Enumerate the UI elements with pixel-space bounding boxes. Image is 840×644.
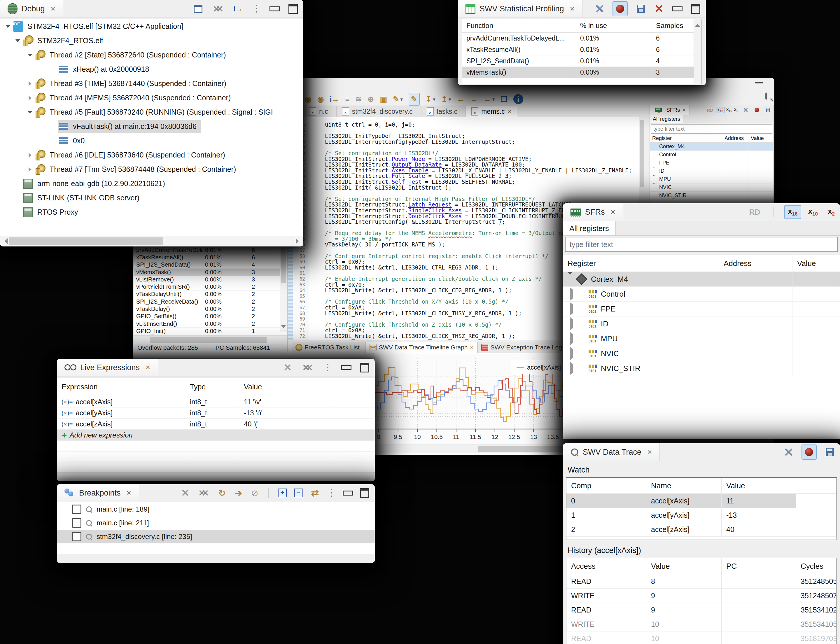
chevron-icon[interactable] — [567, 334, 575, 343]
forward-icon[interactable]: → — [470, 93, 478, 105]
save-icon[interactable] — [825, 446, 835, 458]
debug-tree-row[interactable]: STM32F4_RTOS.elf [STM32 C/C++ Applicatio… — [0, 19, 303, 34]
debug-tree-row[interactable]: ST-LINK (ST-LINK GDB server) — [0, 191, 303, 205]
record-icon[interactable] — [802, 445, 817, 460]
radix-button[interactable]: x2 — [825, 205, 838, 218]
record-icon[interactable] — [755, 108, 759, 112]
info-icon[interactable]: i — [513, 94, 523, 104]
breakpoint-checkbox[interactable] — [72, 504, 81, 514]
expression-row[interactable]: accel[zAxis] int8_t40 '(' — [57, 419, 375, 430]
expression-row[interactable]: accel[yAxis] int8_t-13 'ó' — [57, 407, 375, 419]
profiling-row[interactable]: prvAddCurrentTaskToDelayedL...0.01%6 — [462, 33, 702, 44]
profiling-vscrollbar[interactable] — [694, 19, 702, 84]
debug-tree-row[interactable]: 0x0 — [0, 133, 303, 148]
chevron-down-icon[interactable] — [652, 143, 656, 150]
collapse-all-icon[interactable]: − — [294, 487, 304, 499]
debug-tree-row[interactable]: Thread #7 [Tmr Svc] 536874448 (Suspended… — [0, 162, 303, 176]
chevron-down-icon[interactable] — [652, 192, 656, 199]
prev-annotation-icon[interactable]: ↥▾ — [441, 93, 451, 105]
close-icon[interactable]: × — [127, 488, 131, 498]
expression-row[interactable]: accel[xAxis] int8_t11 '\v' — [57, 396, 375, 407]
disconnect-icon[interactable]: ✕✕ — [211, 3, 225, 15]
mark-occurrences-icon[interactable]: ✎ — [409, 93, 420, 105]
profiling-row[interactable]: xTaskResumeAll()0.01%6 — [134, 254, 287, 261]
profiling-row[interactable]: vMemsTask()0.00%3 — [134, 269, 287, 276]
radix-button[interactable]: x10 — [726, 107, 732, 113]
configure-trace-icon[interactable] — [743, 108, 748, 113]
close-icon[interactable]: × — [647, 447, 652, 457]
dock-hscrollbar[interactable] — [134, 335, 287, 344]
chevron-icon[interactable] — [26, 81, 35, 86]
chevron-icon[interactable] — [26, 108, 35, 116]
goto-file-icon[interactable]: ➔ — [233, 487, 243, 499]
breakpoint-row[interactable]: stm32f4_discovery.c [line: 235] — [57, 530, 375, 544]
chevron-down-icon[interactable] — [652, 160, 656, 166]
profiling-row[interactable]: vListInsertEnd()0.00%2 — [134, 320, 287, 327]
profiling-row[interactable]: GPIO_Init()0.00%1 — [134, 327, 287, 335]
chevron-down-icon[interactable] — [652, 184, 656, 191]
live-expressions-tab[interactable]: Live Expressions× — [57, 359, 158, 376]
save-icon[interactable] — [636, 3, 646, 15]
attach-icon[interactable]: ⊕ — [368, 93, 374, 105]
chevron-icon[interactable] — [567, 290, 575, 299]
profiling-row[interactable]: xTaskResumeAll()0.01%6 — [462, 44, 702, 56]
history-row[interactable]: READ103518197036 — [566, 631, 837, 644]
radix-button[interactable]: x16 — [784, 205, 801, 219]
chevron-icon[interactable] — [26, 96, 35, 100]
profiling-row[interactable]: vListRemove()0.00%3 — [134, 276, 287, 283]
minimize-icon[interactable] — [672, 3, 682, 15]
chevron-icon[interactable] — [3, 23, 12, 30]
profiling-row[interactable]: SPI_I2S_SendData()0.01%4 — [462, 56, 702, 67]
watch-row[interactable]: 0accel[xAxis]11 — [566, 494, 837, 508]
register-row[interactable]: Cortex_M4 — [563, 272, 840, 287]
chevron-icon[interactable] — [26, 167, 35, 172]
debug-tree-row[interactable]: RTOS Proxy — [0, 205, 303, 219]
chevron-down-icon[interactable] — [652, 176, 656, 182]
debug-tab[interactable]: Debug× — [0, 0, 63, 18]
remove-icon[interactable]: ✕ — [654, 3, 664, 15]
history-row[interactable]: READ93515341027 — [566, 603, 837, 617]
chevron-icon[interactable] — [567, 349, 575, 358]
register-row[interactable]: ID — [563, 317, 840, 331]
watchpoint-marker-icon[interactable]: ◉ — [317, 93, 324, 105]
profiling-row[interactable]: SPI_I2S_ReceiveData()0.00%2 — [134, 298, 287, 306]
history-row[interactable]: WRITE103515341050 — [566, 617, 837, 631]
view-tab[interactable]: SWV Exception Trace Log — [477, 342, 568, 353]
profiling-row[interactable]: vMemsTask()0.00%3 — [462, 67, 702, 78]
register-row[interactable]: NVIC — [563, 346, 840, 361]
skip-all-icon[interactable]: ⊘ — [250, 487, 260, 499]
debug-tree-row[interactable]: Thread #6 [IDLE] 536873640 (Suspended : … — [0, 148, 303, 162]
minimize-icon[interactable] — [343, 487, 353, 499]
close-icon[interactable]: × — [611, 207, 615, 217]
close-icon[interactable]: × — [570, 4, 575, 13]
configure-trace-icon[interactable] — [783, 446, 793, 458]
view-tab[interactable]: SWV Data Trace Timeline Graph × — [366, 342, 477, 353]
next-annotation-icon[interactable]: ↧▾ — [426, 93, 436, 105]
view-tab[interactable]: FreeRTOS Task List — [292, 342, 366, 353]
breakpoint-checkbox[interactable] — [72, 518, 81, 527]
chevron-icon[interactable] — [567, 319, 575, 329]
profiling-row[interactable]: vPortYieldFromISR()0.00%2 — [134, 283, 287, 291]
debug-tree-row[interactable]: Thread #4 [MEMS] 536872040 (Suspended : … — [0, 91, 303, 105]
register-row[interactable]: NVIC_STIR — [650, 192, 773, 200]
chevron-down-icon[interactable] — [652, 152, 656, 158]
configure-trace-icon[interactable] — [594, 3, 604, 15]
maximize-icon[interactable] — [288, 3, 298, 15]
maximize-icon[interactable] — [360, 487, 370, 499]
add-expression-row[interactable]: Add new expression — [57, 430, 375, 441]
view-menu-icon[interactable]: ⋮ — [252, 3, 261, 15]
minimize-icon[interactable] — [270, 3, 280, 15]
sfrs-tab[interactable]: SFRs× — [563, 203, 623, 221]
profiling-row[interactable]: vTaskDelay()0.00%2 — [134, 306, 287, 313]
chevron-icon[interactable] — [26, 153, 35, 158]
remove-expression-icon[interactable]: ✕ — [283, 361, 293, 373]
watch-row[interactable]: 2accel[zAxis]40 — [566, 522, 837, 537]
swv-data-trace-tab[interactable]: SWV Data Trace× — [563, 444, 660, 461]
register-row[interactable]: MPU — [563, 331, 840, 346]
radix-button[interactable]: x2 — [734, 107, 738, 113]
profiling-row[interactable]: vTaskDelayUntil()0.00%2 — [134, 291, 287, 298]
back-icon[interactable]: ← — [457, 93, 464, 105]
all-registers-tab[interactable]: All registers — [650, 115, 683, 123]
breakpoint-row[interactable]: main.c [line: 211] — [57, 516, 375, 530]
pen-icon[interactable]: ✎▾ — [393, 93, 403, 105]
